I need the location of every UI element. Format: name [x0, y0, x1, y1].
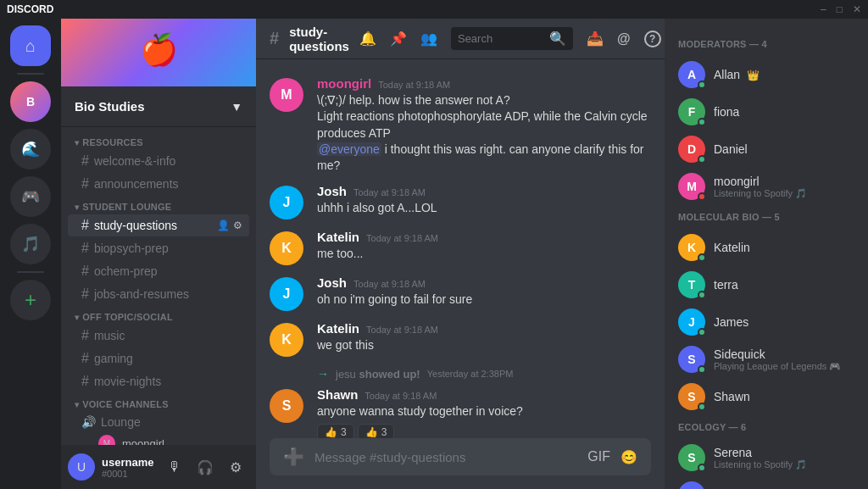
channel-ochem-prep[interactable]: # ochem-prep	[68, 260, 249, 282]
member-serena[interactable]: S Serena Listening to Spotify 🎵	[671, 439, 861, 476]
message-author[interactable]: Shawn	[317, 387, 358, 402]
member-sidequick[interactable]: S Sidequick Playing League of Legends 🎮	[671, 341, 861, 378]
message-group: J Josh Today at 9:18 AM uhhh i also got …	[256, 181, 665, 223]
attach-button[interactable]: ➕	[283, 447, 304, 467]
message-avatar: S	[270, 389, 303, 423]
people-icon[interactable]: 👥	[420, 31, 437, 47]
channel-movie-nights[interactable]: # movie-nights	[68, 370, 249, 392]
reaction-thumbsup-1[interactable]: 👍 3	[317, 424, 354, 439]
member-name: Sidequick	[714, 347, 854, 361]
server-list: ⌂ B 🌊 🎮 🎵 +	[0, 19, 61, 489]
channel-music[interactable]: # music	[68, 325, 249, 347]
user-settings-button[interactable]: ⚙	[222, 453, 249, 481]
join-icon: →	[317, 367, 329, 381]
category-arrow: ▾	[75, 400, 79, 409]
member-name: Katelin	[714, 241, 854, 254]
category-header-voice[interactable]: ▾ VOICE CHANNELS	[61, 396, 256, 411]
system-timestamp: Yesterday at 2:38PM	[427, 369, 514, 379]
app-title: DISCORD	[7, 3, 53, 15]
mute-button[interactable]: 🎙	[161, 453, 188, 481]
channels-list: ▾ RESOURCES # welcome-&-info # announcem…	[61, 127, 256, 445]
message-avatar: M	[270, 78, 303, 112]
person-icon[interactable]: 👤	[217, 219, 230, 231]
member-moongirl[interactable]: M moongirl Listening to Spotify 🎵	[671, 168, 861, 205]
server-icon-4[interactable]: 🎵	[10, 224, 51, 264]
moderators-header: MODERATORS — 4	[671, 39, 861, 49]
channel-name: music	[94, 329, 242, 342]
add-server-button[interactable]: +	[10, 280, 51, 320]
member-allan[interactable]: A Allan 👑	[671, 56, 861, 93]
category-label-lounge: STUDENT LOUNGE	[82, 202, 171, 212]
ecology-header: ECOLOGY — 6	[671, 422, 861, 432]
inbox-icon[interactable]: 📥	[587, 31, 604, 47]
member-james[interactable]: J James	[671, 303, 861, 341]
close-button[interactable]: ✕	[853, 3, 861, 15]
message-header: Katelin Today at 9:18 AM	[317, 321, 651, 336]
server-icon-bio[interactable]: B	[10, 81, 51, 122]
member-info: Allan 👑	[714, 68, 854, 81]
category-header-resources[interactable]: ▾ RESOURCES	[61, 134, 256, 149]
home-server-icon[interactable]: ⌂	[10, 25, 51, 66]
pin-icon[interactable]: 📌	[390, 31, 407, 47]
server-header[interactable]: Bio Studies ▼	[61, 86, 256, 127]
emoji-button[interactable]: 😊	[620, 449, 637, 465]
channel-gaming[interactable]: # gaming	[68, 347, 249, 370]
member-terra[interactable]: T terra	[671, 266, 861, 303]
member-katelin[interactable]: K Katelin	[671, 229, 861, 266]
channel-announcements[interactable]: # announcements	[68, 173, 249, 195]
member-avatar: S	[678, 383, 705, 410]
category-voice: ▾ VOICE CHANNELS 🔊 Lounge M moongirl S S…	[61, 396, 256, 445]
category-header-offtopic[interactable]: ▾ OFF TOPIC/SOCIAL	[61, 308, 256, 324]
member-shawn[interactable]: S Shawn	[671, 378, 861, 415]
message-author[interactable]: Josh	[317, 184, 347, 198]
server-icon-2[interactable]: 🌊	[10, 129, 51, 169]
user-panel-info: username #0001	[102, 456, 154, 479]
online-indicator	[698, 291, 706, 299]
member-avatar: A	[678, 61, 705, 88]
channel-lounge-voice[interactable]: 🔊 Lounge	[68, 412, 249, 432]
message-text: we got this	[317, 337, 651, 353]
message-input-box: ➕ GIF 😊	[270, 438, 651, 475]
member-fiona[interactable]: F fiona	[671, 93, 861, 131]
message-content: Josh Today at 9:18 AM oh no i'm going to…	[317, 275, 651, 311]
message-author[interactable]: Katelin	[317, 230, 359, 244]
message-input[interactable]	[314, 450, 577, 464]
at-icon[interactable]: @	[617, 31, 631, 47]
search-input[interactable]	[458, 32, 542, 45]
message-author[interactable]: moongirl	[317, 76, 371, 91]
hash-icon: #	[81, 264, 89, 279]
channel-jobs-resumes[interactable]: # jobs-and-resumes	[68, 283, 249, 305]
category-label-resources: RESOURCES	[82, 137, 143, 147]
maximize-button[interactable]: □	[837, 3, 843, 15]
channel-study-questions[interactable]: # study-questions 👤 ⚙	[68, 214, 249, 236]
help-icon[interactable]: ?	[644, 31, 661, 47]
category-header-lounge[interactable]: ▾ STUDENT LOUNGE	[61, 198, 256, 214]
input-action-buttons: GIF 😊	[587, 449, 637, 465]
member-daniel[interactable]: D Daniel	[671, 131, 861, 168]
member-info: Daniel	[714, 142, 854, 156]
gif-button[interactable]: GIF	[587, 449, 610, 465]
member-info: Sidequick Playing League of Legends 🎮	[714, 347, 854, 372]
search-icon[interactable]: 🔍	[549, 31, 566, 47]
deafen-button[interactable]: 🎧	[192, 453, 219, 481]
message-group: S Shawn Today at 9:18 AM anyone wanna st…	[256, 384, 665, 438]
channel-welcome[interactable]: # welcome-&-info	[68, 150, 249, 172]
member-name: fiona	[714, 105, 854, 119]
minimize-button[interactable]: –	[821, 3, 826, 15]
category-arrow: ▾	[75, 203, 79, 212]
member-name: Serena	[714, 446, 854, 459]
channel-biopsych-prep[interactable]: # biopsych-prep	[68, 237, 249, 259]
message-timestamp: Today at 9:18 AM	[366, 325, 438, 335]
message-timestamp: Today at 9:18 AM	[353, 279, 426, 289]
member-gnarf[interactable]: G gnarf	[671, 476, 861, 489]
bell-icon[interactable]: 🔔	[359, 31, 376, 47]
channel-header-hash: #	[270, 29, 279, 48]
server-icon-3[interactable]: 🎮	[10, 176, 51, 217]
member-avatar: G	[678, 481, 705, 489]
message-author[interactable]: Josh	[317, 275, 347, 290]
voice-user-moongirl[interactable]: M moongirl	[68, 433, 249, 445]
settings-icon[interactable]: ⚙	[233, 219, 242, 231]
message-author[interactable]: Katelin	[317, 321, 359, 336]
message-group: J Josh Today at 9:18 AM oh no i'm going …	[256, 272, 665, 314]
reaction-thumbsup-2[interactable]: 👍 3	[358, 424, 395, 439]
